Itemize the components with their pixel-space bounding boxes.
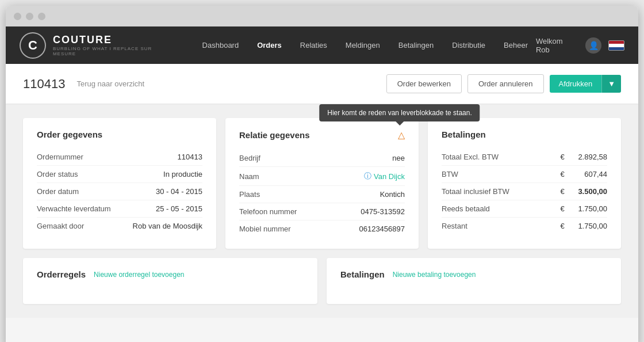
add-orderregel-link[interactable]: Nieuwe orderregel toevoegen xyxy=(94,271,184,279)
nav-item-betalingen[interactable]: Betalingen xyxy=(390,36,442,54)
print-button-group: Afdrukken ▼ xyxy=(550,75,621,93)
warning-container: Hier komt de reden van leverblokkade te … xyxy=(394,130,405,140)
nav-right: Welkom Rob 👤 xyxy=(536,37,624,54)
bet-row-excl: Totaal Excl. BTW € 2.892,58 xyxy=(442,149,607,166)
bet-reeds-currency: € xyxy=(558,204,567,213)
header-left: 110413 Terug naar overzicht xyxy=(23,77,386,92)
logo-text: COUTURE BURBLING OF WHAT I REPLACE SUR M… xyxy=(53,34,177,56)
order-number-value: 110413 xyxy=(178,153,202,161)
order-gemaakt-label: Gemaakt door xyxy=(37,222,84,230)
bet-restant-value: 1.750,00 xyxy=(567,222,607,230)
print-button[interactable]: Afdrukken xyxy=(550,75,602,93)
add-betaling-link[interactable]: Nieuwe betaling toevoegen xyxy=(393,271,476,279)
nav-item-meldingen[interactable]: Meldingen xyxy=(338,36,388,54)
relatie-row-naam: Naam ⓘ Van Dijck xyxy=(239,167,405,186)
bet-restant-currency: € xyxy=(558,222,567,230)
bet-row-reeds: Reeds betaald € 1.750,00 xyxy=(442,200,607,218)
tooltip: Hier komt de reden van leverblokkade te … xyxy=(319,104,480,121)
order-number: 110413 xyxy=(23,77,65,92)
bet-btw-label: BTW xyxy=(442,170,558,178)
nav-item-orders[interactable]: Orders xyxy=(249,36,290,54)
logo-circle: C xyxy=(20,32,46,59)
bet-reeds-value: 1.750,00 xyxy=(567,204,607,213)
relatie-telefoon-value: 0475-313592 xyxy=(361,207,405,216)
relatie-telefoon-label: Telefoon nummer xyxy=(239,207,297,216)
bet-restant-label: Restant xyxy=(442,222,558,230)
relatie-plaats-label: Plaats xyxy=(239,190,260,199)
relatie-gegevens-card: Relatie gegevens Hier komt de reden van … xyxy=(225,118,419,249)
orderregels-card: Orderregels Nieuwe orderregel toevoegen xyxy=(23,258,317,304)
page-header: 110413 Terug naar overzicht Order bewerk… xyxy=(6,64,638,104)
nav-item-dashboard[interactable]: Dashboard xyxy=(194,36,247,54)
order-number-label: Ordernummer xyxy=(37,153,83,161)
nav-item-distributie[interactable]: Distributie xyxy=(444,36,493,54)
bet-row-btw: BTW € 607,44 xyxy=(442,166,607,183)
browser-window: C COUTURE BURBLING OF WHAT I REPLACE SUR… xyxy=(6,6,638,342)
relatie-mobiel-value: 06123456897 xyxy=(359,225,405,233)
logo-title: COUTURE xyxy=(53,34,177,46)
relatie-bedrijf-value: nee xyxy=(392,154,405,162)
cards-row-top: Order gegevens Ordernummer 110413 Order … xyxy=(23,118,621,249)
bet-incl-value: 3.500,00 xyxy=(567,187,607,196)
relatie-naam-label: Naam xyxy=(239,172,259,181)
nav-item-beheer[interactable]: Beheer xyxy=(496,36,536,54)
language-flag[interactable] xyxy=(608,40,624,51)
relatie-title: Relatie gegevens xyxy=(239,130,310,140)
betalingen-bottom-card: Betalingen Nieuwe betaling toevoegen xyxy=(327,258,621,304)
nav-logo: C COUTURE BURBLING OF WHAT I REPLACE SUR… xyxy=(20,32,177,59)
relatie-row-bedrijf: Bedrijf nee xyxy=(239,150,405,167)
order-row-number: Ordernummer 110413 xyxy=(37,149,202,166)
browser-dot-yellow xyxy=(26,13,33,20)
browser-titlebar xyxy=(6,6,638,26)
bet-row-restant: Restant € 1.750,00 xyxy=(442,218,607,234)
warning-icon[interactable]: △ xyxy=(398,130,405,140)
order-status-label: Order status xyxy=(37,170,78,178)
browser-dot-red xyxy=(14,13,21,20)
relatie-bedrijf-label: Bedrijf xyxy=(239,154,260,162)
order-leverdatum-label: Verwachte leverdatum xyxy=(37,204,111,213)
browser-dot-green xyxy=(38,13,45,20)
welcome-text: Welkom Rob xyxy=(536,37,578,54)
order-gegevens-title: Order gegevens xyxy=(37,130,202,139)
order-datum-label: Order datum xyxy=(37,187,79,196)
bet-row-incl: Totaal inclusief BTW € 3.500,00 xyxy=(442,183,607,200)
main-content: Order gegevens Ordernummer 110413 Order … xyxy=(6,104,638,318)
nav-item-relaties[interactable]: Relaties xyxy=(292,36,335,54)
order-cancel-button[interactable]: Order annuleren xyxy=(467,74,544,93)
bet-excl-label: Totaal Excl. BTW xyxy=(442,153,558,161)
info-icon[interactable]: ⓘ xyxy=(364,171,371,181)
user-avatar-icon[interactable]: 👤 xyxy=(585,37,601,54)
relatie-title-row: Relatie gegevens Hier komt de reden van … xyxy=(239,130,405,140)
main-nav: C COUTURE BURBLING OF WHAT I REPLACE SUR… xyxy=(6,26,638,64)
order-edit-button[interactable]: Order bewerken xyxy=(386,74,462,93)
bet-btw-currency: € xyxy=(558,170,567,178)
print-dropdown-button[interactable]: ▼ xyxy=(601,75,621,93)
bet-excl-value: 2.892,58 xyxy=(567,153,607,161)
betalingen-title: Betalingen xyxy=(442,130,607,139)
nav-items: Dashboard Orders Relaties Meldingen Beta… xyxy=(194,36,536,54)
logo-letter: C xyxy=(28,38,37,53)
relatie-row-mobiel: Mobiel nummer 06123456897 xyxy=(239,221,405,237)
order-gegevens-card: Order gegevens Ordernummer 110413 Order … xyxy=(23,118,216,249)
back-link[interactable]: Terug naar overzicht xyxy=(76,79,144,88)
bet-btw-value: 607,44 xyxy=(567,170,607,178)
relatie-plaats-value: Kontich xyxy=(380,190,405,199)
betalingen-bottom-title-row: Betalingen Nieuwe betaling toevoegen xyxy=(340,269,607,279)
order-row-status: Order status In productie xyxy=(37,166,202,183)
relatie-naam-value-wrap: ⓘ Van Dijck xyxy=(364,171,405,181)
relatie-row-plaats: Plaats Kontich xyxy=(239,186,405,203)
bet-incl-label: Totaal inclusief BTW xyxy=(442,187,558,196)
bet-incl-currency: € xyxy=(558,187,567,196)
relatie-naam-value[interactable]: Van Dijck xyxy=(374,172,405,181)
orderregels-title: Orderregels xyxy=(37,269,86,279)
order-datum-value: 30 - 04 - 2015 xyxy=(156,187,202,196)
order-status-value: In productie xyxy=(163,170,202,178)
betalingen-card: Betalingen Totaal Excl. BTW € 2.892,58 B… xyxy=(428,118,621,249)
order-gemaakt-value: Rob van de Moosdijk xyxy=(133,222,202,230)
bet-excl-currency: € xyxy=(558,153,567,161)
order-row-leverdatum: Verwachte leverdatum 25 - 05 - 2015 xyxy=(37,200,202,218)
order-leverdatum-value: 25 - 05 - 2015 xyxy=(156,204,202,213)
order-row-gemaakt: Gemaakt door Rob van de Moosdijk xyxy=(37,218,202,234)
betalingen-bottom-title: Betalingen xyxy=(340,269,385,279)
relatie-row-telefoon: Telefoon nummer 0475-313592 xyxy=(239,203,405,221)
